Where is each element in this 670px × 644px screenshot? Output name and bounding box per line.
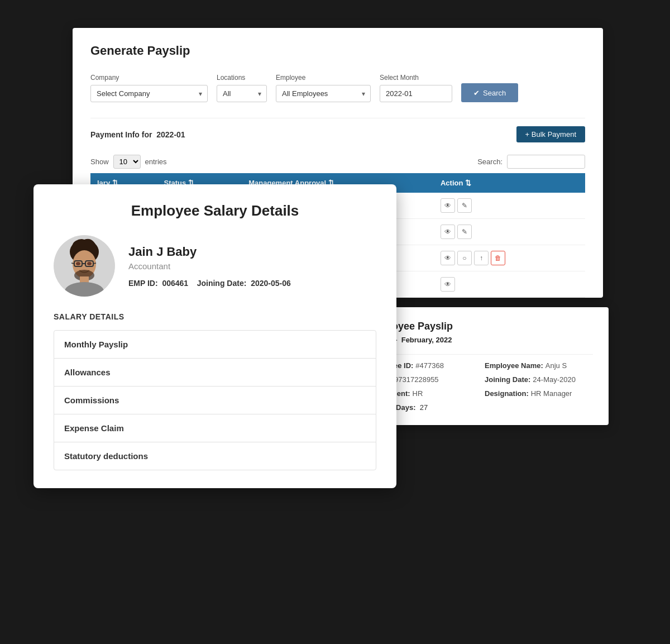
joining-label: Joining Date: <box>197 279 247 288</box>
joining-date-label: Joining Date: <box>485 375 530 384</box>
svg-line-8 <box>93 263 96 264</box>
show-label: Show <box>90 158 109 166</box>
svg-line-7 <box>71 263 74 264</box>
employee-info: Jain J Baby Accountant EMP ID: 006461 Jo… <box>128 245 291 288</box>
salary-item-expense-claim[interactable]: Expense Claim <box>54 414 376 442</box>
search-button-label: Search <box>483 89 506 97</box>
svg-point-9 <box>76 262 80 265</box>
payslip-info-grid: Employee ID: #477368 Employee Name: Anju… <box>367 361 593 398</box>
payslip-title: Employee Payslip <box>367 321 593 332</box>
worked-days-row: Worked Days: 27 <box>367 403 593 412</box>
employee-profile: Jain J Baby Accountant EMP ID: 006461 Jo… <box>54 235 376 297</box>
table-controls: Show 10 entries Search: <box>90 149 585 173</box>
table-search: Search: <box>477 155 585 169</box>
locations-label: Locations <box>217 74 267 82</box>
filter-row: Company Select Company Locations All Emp… <box>90 74 585 102</box>
company-filter-group: Company Select Company <box>90 74 208 102</box>
action-cell: 👁 <box>434 271 585 298</box>
svg-point-10 <box>87 262 92 265</box>
generate-payslip-title: Generate Payslip <box>90 44 585 58</box>
sort-icon-4: ⇅ <box>465 179 471 187</box>
phone-value: 97317228955 <box>394 375 439 384</box>
checkmark-icon: ✔ <box>473 89 480 97</box>
search-button[interactable]: ✔ Search <box>461 83 518 102</box>
show-entries: Show 10 entries <box>90 155 167 169</box>
delete-button[interactable]: 🗑 <box>491 251 505 265</box>
salary-item-monthly-payslip[interactable]: Monthly Payslip <box>54 331 376 359</box>
view-button[interactable]: 👁 <box>441 225 455 239</box>
payment-info-bar: Payment Info for 2022-01 + Bulk Payment <box>90 118 585 149</box>
payslip-subtitle: Payslip - February, 2022 <box>367 336 593 344</box>
employee-name: Jain J Baby <box>128 245 291 259</box>
company-label: Company <box>90 74 208 82</box>
bulk-payment-button[interactable]: + Bulk Payment <box>516 126 585 142</box>
table-search-input[interactable] <box>507 155 585 169</box>
employee-filter-group: Employee All Employees <box>276 74 371 102</box>
payment-info-text: Payment Info for 2022-01 <box>90 130 185 139</box>
edit-button[interactable]: ✎ <box>457 198 472 213</box>
view-button[interactable]: 👁 <box>441 251 455 265</box>
emp-id-label: EMP ID: <box>128 279 158 288</box>
salary-items-list: Monthly Payslip Allowances Commissions E… <box>54 330 376 470</box>
salary-item-commissions[interactable]: Commissions <box>54 387 376 414</box>
payment-info-date: 2022-01 <box>156 130 185 139</box>
employee-name-label: Employee Name: <box>485 361 543 370</box>
employee-name-value: Anju S <box>545 361 567 370</box>
employee-details: EMP ID: 006461 Joining Date: 2020-05-06 <box>128 279 291 288</box>
edit-button[interactable]: ✎ <box>457 225 472 239</box>
action-cell: 👁 ✎ <box>434 193 585 219</box>
view-button[interactable]: 👁 <box>441 277 455 292</box>
designation-pair: Designation: HR Manager <box>485 389 593 398</box>
emp-id-value: 006461 <box>162 279 188 288</box>
locations-filter-group: Locations All <box>217 74 267 102</box>
employee-id-value: #477368 <box>415 361 444 370</box>
salary-item-statutory-deductions[interactable]: Statutory deductions <box>54 442 376 470</box>
action-cell: 👁 ✎ <box>434 219 585 245</box>
joining-date-pair: Joining Date: 24-May-2020 <box>485 375 593 384</box>
worked-days-value: 27 <box>420 403 428 412</box>
salary-section-title: SALARY DETAILS <box>54 312 376 321</box>
month-label: Select Month <box>380 74 452 82</box>
employee-label: Employee <box>276 74 371 82</box>
entries-label: entries <box>145 158 167 166</box>
salary-details-title: Employee Salary Details <box>54 202 376 220</box>
payslip-divider <box>367 354 593 355</box>
payslip-subtitle-date: February, 2022 <box>401 336 452 344</box>
employee-salary-details-panel: Employee Salary Details <box>34 184 396 488</box>
designation-label: Designation: <box>485 389 529 398</box>
col-action: Action ⇅ <box>434 173 585 193</box>
payment-info-label: Payment Info for <box>90 130 152 139</box>
employee-select[interactable]: All Employees <box>276 85 371 102</box>
designation-value: HR Manager <box>531 389 572 398</box>
locations-select[interactable]: All <box>217 85 267 102</box>
employee-name-pair: Employee Name: Anju S <box>485 361 593 370</box>
salary-item-allowances[interactable]: Allowances <box>54 359 376 387</box>
circle-button[interactable]: ○ <box>457 251 472 265</box>
month-input[interactable] <box>380 85 452 102</box>
company-select[interactable]: Select Company <box>90 85 208 102</box>
avatar-svg <box>54 235 115 297</box>
action-cell: 👁 ○ ↑ 🗑 <box>434 245 585 271</box>
joining-date: 2020-05-06 <box>251 279 291 288</box>
department-value: HR <box>413 389 423 398</box>
view-button[interactable]: 👁 <box>441 198 455 213</box>
entries-select[interactable]: 10 <box>113 155 141 169</box>
employee-designation: Accountant <box>128 261 291 271</box>
joining-date-value: 24-May-2020 <box>533 375 576 384</box>
month-filter-group: Select Month <box>380 74 452 102</box>
search-label: Search: <box>477 158 502 166</box>
upload-button[interactable]: ↑ <box>474 251 489 265</box>
employee-avatar <box>54 235 115 297</box>
